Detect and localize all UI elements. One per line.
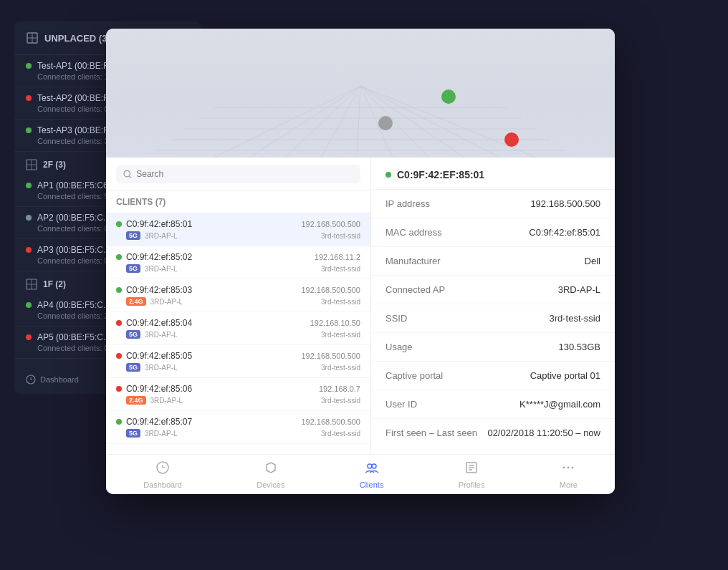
svg-rect-10: [106, 29, 615, 158]
detail-field-label: Usage: [385, 342, 413, 352]
detail-field-label: IP address: [385, 198, 430, 209]
client-status-dot: [116, 287, 122, 293]
client-name: C0:9f:42:ef:85:07: [126, 417, 192, 427]
band-badge: 5G: [126, 231, 140, 240]
map-dot-green: [441, 90, 456, 104]
client-row[interactable]: C0:9f:42:ef:85:03 192.168.500.500 2.4G 3…: [106, 279, 370, 312]
status-dot-2f-2: [26, 215, 32, 221]
client-name-group: C0:9f:42:ef:85:07: [116, 417, 192, 427]
detail-field-row: SSID 3rd-test-ssid: [371, 304, 615, 333]
client-ssid-label: 3rd-test-ssid: [321, 364, 360, 372]
detail-field-row: First seen – Last seen 02/02/2018 11:20:…: [371, 419, 615, 447]
nav-item-clients[interactable]: Clients: [348, 458, 396, 492]
detail-field-value: C0:9f:42:ef:85:01: [529, 227, 600, 238]
client-ssid-label: 3rd-test-ssid: [321, 232, 360, 240]
ap3-name: Test-AP3 (00:BE:F...: [37, 125, 115, 135]
svg-point-26: [124, 170, 130, 176]
status-dot-2f-3: [26, 247, 32, 253]
client-name-group: C0:9f:42:ef:85:04: [116, 318, 192, 328]
status-dot-2f-1: [26, 183, 32, 188]
nav-item-more[interactable]: More: [548, 458, 589, 492]
search-input[interactable]: [136, 169, 353, 179]
client-status-dot: [116, 386, 122, 392]
client-row[interactable]: C0:9f:42:ef:85:01 192.168.500.500 5G 3RD…: [106, 213, 370, 246]
client-name: C0:9f:42:ef:85:03: [126, 285, 192, 295]
client-ap-label: 3RD-AP-L: [145, 364, 178, 372]
client-ip: 192.168.500.500: [301, 220, 360, 228]
detail-field-value: K*****J@gmail.com: [519, 399, 600, 410]
client-ap-label: 3RD-AP-L: [145, 232, 178, 240]
content-area: CLIENTS (7) C0:9f:42:ef:85:01 192.168.50…: [106, 158, 615, 454]
detail-field-value: 3RD-AP-L: [558, 284, 600, 295]
nav-item-dashboard[interactable]: Dashboard: [132, 458, 193, 492]
detail-field-value: Dell: [585, 256, 600, 266]
nav-item-devices[interactable]: Devices: [245, 458, 296, 492]
floor-2f-icon: [26, 159, 37, 170]
search-input-wrapper[interactable]: [116, 165, 360, 183]
devices-nav-label: Devices: [257, 480, 284, 489]
client-row-bottom: 2.4G 3RD-AP-L 3rd-test-ssid: [126, 297, 360, 306]
status-dot-green-2: [26, 127, 32, 133]
detail-field-value: 192.168.500.500: [530, 198, 600, 209]
1f-ap4-name: AP4 (00:BE:F5:C...: [37, 300, 110, 310]
map-dot-gray: [378, 116, 393, 130]
detail-field-value: 02/02/2018 11:20:50 – now: [487, 428, 600, 438]
client-name: C0:9f:42:ef:85:02: [126, 252, 192, 262]
band-badge: 5G: [126, 330, 140, 339]
client-row-top: C0:9f:42:ef:85:01 192.168.500.500: [116, 219, 360, 229]
detail-field-row: Usage 130.53GB: [371, 333, 615, 362]
detail-field-label: Connected AP: [385, 284, 445, 295]
client-ap-label: 3RD-AP-L: [150, 298, 183, 306]
2f-label: 2F (3): [43, 160, 66, 170]
devices-nav-icon: [264, 460, 278, 478]
client-row-top: C0:9f:42:ef:85:06 192.168.0.7: [116, 384, 360, 394]
status-dot-green: [26, 63, 32, 69]
floor-1f-icon: [26, 279, 37, 290]
detail-panel: C0:9F:42:EF:85:01 IP address 192.168.500…: [371, 158, 615, 454]
band-badge: 2.4G: [126, 396, 146, 405]
detail-field-label: Captive portal: [385, 370, 443, 381]
client-ip: 192.168.10.50: [310, 319, 360, 327]
2f-ap1-name: AP1 (00:BE:F5:C6...: [37, 180, 115, 190]
client-row[interactable]: C0:9f:42:ef:85:02 192.168.11.2 5G 3RD-AP…: [106, 246, 370, 279]
client-ap-label: 3RD-AP-L: [145, 265, 178, 273]
client-name: C0:9f:42:ef:85:06: [126, 384, 192, 394]
svg-line-27: [129, 175, 131, 178]
client-row-top: C0:9f:42:ef:85:07 192.168.500.500: [116, 417, 360, 427]
status-dot-1f-1: [26, 302, 32, 308]
detail-field-label: First seen – Last seen: [385, 428, 477, 438]
band-badge: 5G: [126, 429, 140, 438]
client-name-group: C0:9f:42:ef:85:03: [116, 285, 192, 295]
clients-header: CLIENTS (7): [106, 191, 370, 213]
svg-point-36: [567, 466, 570, 468]
client-row-bottom: 5G 3RD-AP-L 3rd-test-ssid: [126, 231, 360, 240]
client-ip: 192.168.500.500: [301, 417, 360, 426]
dashboard-small-icon: [26, 375, 36, 385]
client-name: C0:9f:42:ef:85:04: [126, 318, 192, 328]
more-nav-icon: [561, 460, 575, 478]
unplaced-label: UNPLACED (3): [44, 33, 110, 44]
client-name-group: C0:9f:42:ef:85:05: [116, 351, 192, 361]
client-row[interactable]: C0:9f:42:ef:85:06 192.168.0.7 2.4G 3RD-A…: [106, 378, 370, 411]
client-ip: 192.168.500.500: [301, 352, 360, 360]
detail-status-dot: [385, 172, 391, 178]
detail-field-row: MAC address C0:9f:42:ef:85:01: [371, 218, 615, 247]
client-ap-label: 3RD-AP-L: [145, 331, 178, 339]
client-name: C0:9f:42:ef:85:05: [126, 351, 192, 361]
client-ssid-label: 3rd-test-ssid: [321, 265, 360, 273]
client-row-top: C0:9f:42:ef:85:02 192.168.11.2: [116, 252, 360, 262]
detail-field-value: 130.53GB: [558, 342, 600, 352]
client-status-dot: [116, 353, 122, 359]
1f-label: 1F (2): [43, 279, 66, 289]
map-dot-red: [504, 132, 519, 147]
client-row[interactable]: C0:9f:42:ef:85:04 192.168.10.50 5G 3RD-A…: [106, 312, 370, 345]
client-ssid-label: 3rd-test-ssid: [321, 397, 360, 405]
nav-item-profiles[interactable]: Profiles: [447, 458, 497, 492]
client-row-bottom: 5G 3RD-AP-L 3rd-test-ssid: [126, 264, 360, 273]
client-status-dot: [116, 254, 122, 260]
status-dot-1f-2: [26, 334, 32, 340]
client-row[interactable]: C0:9f:42:ef:85:07 192.168.500.500 5G 3RD…: [106, 411, 370, 444]
client-name-group: C0:9f:42:ef:85:01: [116, 219, 192, 229]
client-row[interactable]: C0:9f:42:ef:85:05 192.168.500.500 5G 3RD…: [106, 345, 370, 378]
client-status-dot: [116, 320, 122, 326]
